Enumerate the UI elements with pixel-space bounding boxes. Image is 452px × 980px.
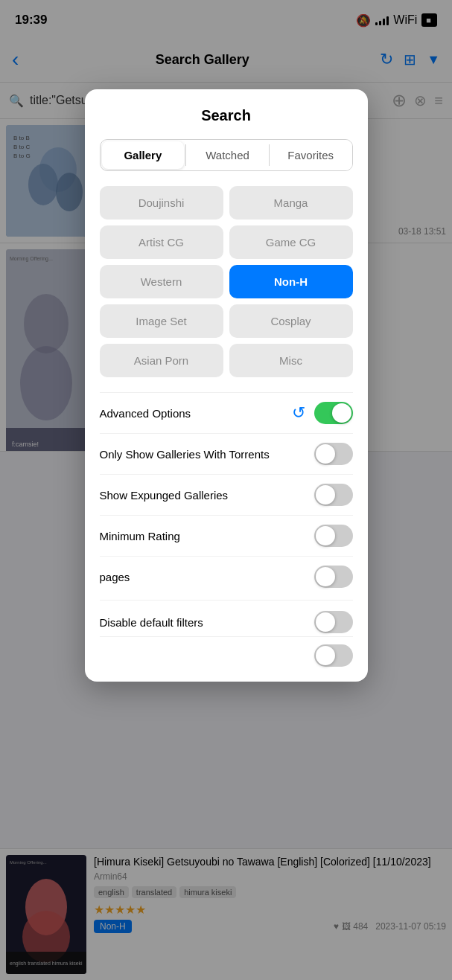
category-western[interactable]: Western bbox=[100, 265, 223, 298]
reset-icon[interactable]: ↺ bbox=[292, 403, 305, 423]
search-modal: Search Gallery Watched Favorites Doujins… bbox=[85, 89, 368, 682]
category-artist-cg[interactable]: Artist CG bbox=[100, 225, 223, 259]
extra-toggle[interactable] bbox=[314, 644, 353, 667]
category-game-cg[interactable]: Game CG bbox=[229, 225, 353, 259]
disable-filters-row: Disable default filters bbox=[100, 600, 353, 633]
disable-filters-toggle[interactable] bbox=[314, 611, 353, 633]
tab-gallery[interactable]: Gallery bbox=[102, 141, 185, 169]
tab-favorites[interactable]: Favorites bbox=[270, 140, 352, 170]
torrents-toggle[interactable] bbox=[314, 443, 353, 465]
advanced-options-label: Advanced Options bbox=[100, 407, 292, 420]
advanced-options-controls: ↺ bbox=[292, 402, 353, 424]
min-rating-toggle[interactable] bbox=[314, 525, 353, 547]
advanced-options-row: Advanced Options ↺ bbox=[100, 392, 353, 433]
category-asian-porn[interactable]: Asian Porn bbox=[100, 344, 223, 377]
min-rating-label: Minimum Rating bbox=[100, 530, 314, 542]
category-image-set[interactable]: Image Set bbox=[100, 304, 223, 338]
modal-tabs: Gallery Watched Favorites bbox=[100, 139, 353, 171]
partial-toggle-row bbox=[100, 636, 353, 667]
category-doujinshi[interactable]: Doujinshi bbox=[100, 186, 223, 220]
torrents-label: Only Show Galleries With Torrents bbox=[100, 448, 314, 461]
tab-watched[interactable]: Watched bbox=[186, 140, 269, 170]
torrents-row: Only Show Galleries With Torrents bbox=[100, 433, 353, 474]
expunged-row: Show Expunged Galleries bbox=[100, 474, 353, 515]
modal-overlay: Search Gallery Watched Favorites Doujins… bbox=[0, 0, 452, 980]
pages-toggle[interactable] bbox=[314, 566, 353, 588]
disable-filters-label: Disable default filters bbox=[100, 616, 203, 629]
pages-row: pages bbox=[100, 556, 353, 597]
pages-label: pages bbox=[100, 571, 314, 583]
min-rating-row: Minimum Rating bbox=[100, 515, 353, 556]
expunged-label: Show Expunged Galleries bbox=[100, 489, 314, 502]
category-grid: Doujinshi Manga Artist CG Game CG Wester… bbox=[100, 186, 353, 377]
category-cosplay[interactable]: Cosplay bbox=[229, 304, 353, 338]
expunged-toggle[interactable] bbox=[314, 484, 353, 506]
category-manga[interactable]: Manga bbox=[229, 186, 353, 220]
category-non-h[interactable]: Non-H bbox=[229, 265, 353, 298]
category-misc[interactable]: Misc bbox=[229, 344, 353, 377]
advanced-options-toggle[interactable] bbox=[314, 402, 353, 424]
modal-title: Search bbox=[100, 107, 353, 124]
